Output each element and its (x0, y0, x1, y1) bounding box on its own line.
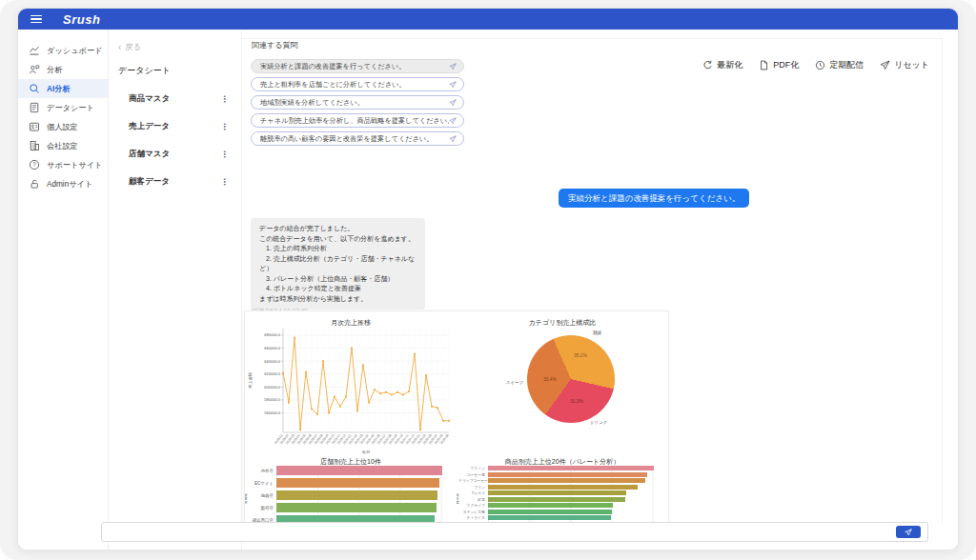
kebab-icon[interactable]: ⋮ (220, 150, 229, 159)
svg-text:600000.0: 600000.0 (264, 385, 280, 390)
related-question-chip[interactable]: 売上と粗利率を店舗ごとに分析してください。 (251, 77, 464, 91)
ai-message-line: この統合データを用いて、以下の分析を進めます。 (259, 234, 417, 245)
chart-title: カテゴリ別売上構成比 (457, 318, 668, 328)
question-text: 売上と粗利率を店舗ごとに分析してください。 (260, 80, 449, 90)
admin-icon (29, 178, 40, 190)
chat-main: 関連する質問 実績分析と課題の改善提案を行ってください。売上と粗利率を店舗ごとに… (242, 30, 958, 550)
svg-text:620000.0: 620000.0 (264, 371, 280, 376)
sidebar-item-label: ダッシュボード (47, 46, 102, 56)
svg-text:売上金額: 売上金額 (248, 371, 253, 389)
bar-category-label: 新宿店 (247, 506, 276, 510)
pdf-label: PDF化 (773, 59, 799, 71)
datasheet-item-商品マスタ[interactable]: 商品マスタ⋮ (109, 93, 241, 105)
sidebar-item-label: 分析 (47, 65, 62, 75)
related-question-chip[interactable]: チャネル別売上効率を分析し、商品戦略を提案してください。 (251, 113, 464, 128)
datasheet-item-label: 商品マスタ (129, 93, 170, 105)
bar-category-label: 渋谷店 (247, 469, 276, 473)
send-icon (449, 135, 457, 143)
bar-row: 新宿店 (247, 503, 442, 512)
datasheet-item-label: 店舗マスタ (129, 149, 170, 160)
related-question-chip[interactable]: 実績分析と課題の改善提案を行ってください。 (251, 59, 464, 73)
refresh-button[interactable]: 最新化 (702, 59, 742, 71)
pie-slice-label: スイーツ (481, 380, 523, 385)
hamburger-icon[interactable] (30, 15, 42, 24)
sidebar-item-Adminサイト[interactable]: Adminサイト (18, 174, 108, 193)
datasheet-item-label: 顧客データ (129, 176, 170, 188)
bar-row: Tシャツ (458, 490, 654, 495)
bar (488, 490, 626, 495)
top-bar: Srush (18, 9, 958, 30)
bar-rows: マフィンコーヒー豆ドリップコーヒープリンTシャツ紅茶マグカップステンレス瓶ティラ… (458, 466, 654, 528)
ai-analysis-icon (29, 83, 40, 94)
schedule-button[interactable]: 定期配信 (815, 59, 864, 71)
datasheet-item-売上データ[interactable]: 売上データ⋮ (109, 121, 241, 132)
svg-text:?: ? (32, 161, 36, 168)
pdf-button[interactable]: PDF化 (759, 59, 799, 71)
related-questions-header: 関連する質問 (252, 40, 297, 50)
kebab-icon[interactable]: ⋮ (220, 122, 229, 131)
bar-category-label: ドリップコーヒー (458, 478, 488, 483)
ai-message-line: まずは時系列分析から実施します。 (259, 294, 417, 305)
bar-category-label: 紅茶 (458, 497, 488, 502)
sidebar-item-AI分析[interactable]: AI分析 (18, 79, 108, 98)
pie-slice-label: 雑貨 (593, 330, 601, 335)
sidebar-item-分析[interactable]: 分析 (18, 60, 108, 79)
bar-chart-top-products: 商品別売上上位20件（パレート分析） 商品名 マフィンコーヒー豆ドリップコーヒー… (457, 456, 668, 531)
bar-category-label: コーヒー豆 (458, 472, 488, 477)
send-icon (449, 99, 457, 107)
pie-slice-percent: 31.3% (563, 399, 590, 404)
clock-icon (815, 60, 825, 70)
sidebar-item-会社設定[interactable]: 会社設定 (18, 136, 108, 155)
datasheet-item-店舗マスタ[interactable]: 店舗マスタ⋮ (109, 149, 241, 160)
related-questions-list: 実績分析と課題の改善提案を行ってください。売上と粗利率を店舗ごとに分析してくださ… (251, 59, 464, 150)
bar (488, 503, 613, 508)
bar-row: マフィン (458, 466, 654, 470)
bar-category-label: ティラミス (458, 515, 488, 520)
message-input[interactable] (108, 524, 880, 540)
chevron-left-icon: ‹ (118, 44, 121, 51)
bar-category-label: Tシャツ (458, 490, 488, 495)
svg-text:580000.0: 580000.0 (264, 397, 280, 402)
related-question-chip[interactable]: 地域別実績を分析してください。 (251, 95, 464, 110)
ai-message-line: 3. パレート分析（上位商品・顧客・店舗） (259, 274, 417, 285)
datasheet-item-顧客データ[interactable]: 顧客データ⋮ (109, 176, 241, 188)
schedule-label: 定期配信 (829, 59, 864, 71)
ai-message: データの結合が完了しました。この統合データを用いて、以下の分析を進めます。 1.… (251, 218, 425, 310)
line-chart-svg: 560000.0580000.0600000.0620000.0640000.0… (245, 323, 457, 456)
bar (488, 515, 611, 520)
kebab-icon[interactable]: ⋮ (220, 94, 229, 104)
dashboard-icon (29, 45, 40, 56)
bar (488, 466, 654, 470)
reset-label: リセット (894, 59, 929, 71)
bar-chart-top-stores: 店舗別売上上位10件 店舗名 渋谷店ECサイト池袋店新宿店横浜西口店 (245, 456, 457, 531)
sidebar-item-label: データシート (47, 103, 94, 113)
sidebar-item-データシート[interactable]: データシート (18, 98, 108, 117)
send-icon (449, 63, 457, 70)
app-window: Srush ダッシュボード分析AI分析データシート個人設定会社設定?サポートサイ… (17, 8, 959, 550)
bar-row: 渋谷店 (247, 466, 442, 475)
send-button[interactable] (896, 526, 921, 538)
bar (276, 478, 439, 488)
send-icon (905, 529, 912, 536)
datasheet-item-label: 売上データ (129, 121, 170, 132)
bar (488, 497, 625, 502)
sidebar-item-サポートサイト[interactable]: ?サポートサイト (18, 155, 108, 174)
kebab-icon[interactable]: ⋮ (220, 177, 229, 187)
bar-row: ティラミス (458, 515, 654, 520)
question-text: チャネル別売上効率を分析し、商品戦略を提案してください。 (260, 116, 449, 126)
related-question-chip[interactable]: 離脱率の高い顧客の要因と改善策を提案してください。 (251, 131, 464, 146)
datasheet-list: 商品マスタ⋮売上データ⋮店舗マスタ⋮顧客データ⋮ (109, 93, 241, 188)
question-text: 離脱率の高い顧客の要因と改善策を提案してください。 (260, 134, 449, 144)
reset-button[interactable]: リセット (880, 59, 929, 71)
back-label: 戻る (125, 42, 141, 53)
analysis-charts-panel: 月次売上推移 560000.0580000.0600000.0620000.06… (244, 310, 669, 531)
sidebar-item-ダッシュボード[interactable]: ダッシュボード (18, 41, 108, 60)
bar (488, 510, 612, 514)
bar-category-label: プリン (458, 485, 488, 490)
sidebar-item-個人設定[interactable]: 個人設定 (18, 117, 108, 136)
datasheet-panel: ‹ 戻る データシート 商品マスタ⋮売上データ⋮店舗マスタ⋮顧客データ⋮ (109, 30, 242, 550)
ai-message-line: 4. ボトルネック特定と改善提案 (259, 284, 417, 294)
ai-message-line: データの結合が完了しました。 (259, 224, 417, 234)
back-button[interactable]: ‹ 戻る (109, 41, 241, 54)
bar-category-label: ステンレス瓶 (458, 510, 488, 514)
